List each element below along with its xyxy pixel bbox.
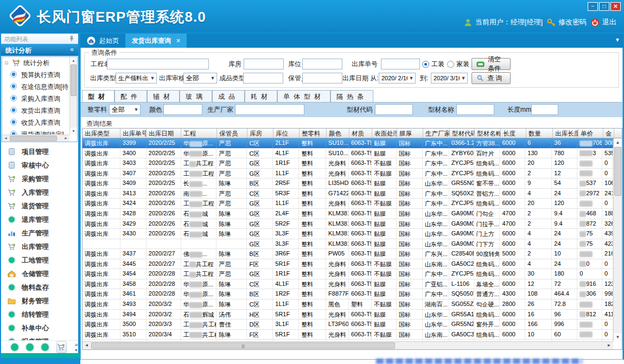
tree-item[interactable]: 退货查询[待定]	[2, 129, 69, 135]
date-from-picker[interactable]: 2020/ 2/16 ▼	[379, 73, 416, 84]
logout-button[interactable]: 退出	[590, 17, 616, 27]
table-horizontal-scrollbar[interactable]: ◄ ||| ►	[82, 341, 613, 349]
table-row[interactable]: 调拨出库34302020/2/26石城陈琳G区3L3F整料KLM38176063…	[82, 229, 613, 239]
sidebar-menu-item[interactable]: 生产管理	[1, 227, 78, 240]
scroll-left-icon[interactable]: ◄	[82, 342, 91, 349]
tree-horizontal-scrollbar[interactable]: ◄ ►	[2, 135, 69, 142]
search-button[interactable]: 查 询	[472, 72, 511, 84]
keeper-input[interactable]	[302, 73, 342, 84]
location-input[interactable]	[302, 59, 342, 69]
table-row[interactable]: 调拨出库34942020/3/2石辉城汤伟H区5R1F整料光身料6063-T5贴…	[82, 310, 613, 320]
column-header[interactable]: 长度	[501, 129, 526, 138]
sidebar-menu-item[interactable]: 退库管理	[1, 213, 78, 227]
maximize-button[interactable]: □	[599, 2, 609, 11]
name-input[interactable]	[456, 104, 494, 115]
material-tab[interactable]: 型材	[82, 90, 114, 102]
table-row[interactable]: 调拨出库34292020/2/26石城陈琳G区5R2F整料KLM38176063…	[82, 219, 613, 229]
scroll-up-icon[interactable]: ▲	[70, 57, 77, 64]
tree-item[interactable]: 发货出库查询	[2, 105, 69, 117]
tree-item[interactable]: 预算执行查询	[2, 69, 69, 81]
green-dot-icon[interactable]	[11, 343, 18, 351]
project-input[interactable]	[107, 59, 209, 69]
sidebar-menu-item[interactable]: 审核中心	[1, 159, 78, 173]
maker-input[interactable]	[235, 104, 304, 115]
column-header[interactable]: 库位	[273, 129, 300, 138]
material-tab[interactable]: 辅材	[147, 90, 180, 102]
sidebar-menu-item[interactable]: 结转管理	[1, 308, 78, 322]
collapse-icon[interactable]: «	[70, 46, 74, 53]
scroll-right-icon[interactable]: ►	[605, 342, 613, 349]
tab-outbound-query[interactable]: 发货出库查询 ×	[125, 34, 187, 48]
sidebar-menu-item[interactable]: 采购管理	[1, 173, 78, 186]
radio-jiazhuang[interactable]: 家装	[447, 60, 469, 69]
column-header[interactable]: 型材代码	[450, 129, 475, 138]
product-type-input[interactable]	[243, 73, 283, 84]
radio-gongzhuang[interactable]: 工装	[422, 60, 444, 69]
column-header[interactable]: 出库单号	[120, 129, 147, 138]
tabstrip-dropdown-icon[interactable]: ▼	[615, 37, 620, 43]
material-tab[interactable]: 成品	[212, 90, 245, 102]
clear-button[interactable]: 清空条件	[472, 58, 511, 70]
column-header[interactable]: 膜厚	[397, 129, 423, 138]
sidebar-menu-item[interactable]: 入库管理	[1, 186, 78, 200]
tree-root[interactable]: ⊟ 统计分析	[2, 57, 69, 69]
scroll-left-icon[interactable]: ◄	[2, 135, 9, 142]
column-header[interactable]: 单价	[578, 129, 603, 138]
change-password-button[interactable]: 修改密码	[546, 17, 587, 27]
green-dot-icon[interactable]	[26, 343, 34, 351]
sidebar-menu-item[interactable]: 报废管理	[1, 335, 78, 340]
column-header[interactable]: 库房	[247, 129, 273, 138]
table-row[interactable]: 调拨出库34092020/2/25长...陈琳B区2R5F整料LI35HD606…	[82, 178, 613, 189]
sidebar-menu-item[interactable]: 物料盘存	[1, 281, 78, 295]
sidebar-section-header[interactable]: 统计分析 «	[1, 44, 78, 56]
pin-icon[interactable]	[68, 35, 75, 42]
table-row[interactable]: G区3L3F整料KLM38176063-T5贴膜国标山东华...GA90M09.…	[82, 239, 613, 250]
out-type-combo[interactable]: 生产领料出库 ▼	[116, 73, 157, 84]
material-tab[interactable]: 玻璃	[180, 90, 212, 102]
scroll-down-icon[interactable]: ▼	[614, 333, 622, 341]
scroll-right-icon[interactable]: ►	[62, 135, 69, 142]
green-dot-icon[interactable]	[41, 343, 49, 351]
tree-vertical-scrollbar[interactable]: ▲ ▼	[69, 57, 77, 135]
code-input[interactable]	[375, 104, 413, 115]
table-row[interactable]: 调拨出库35102020/3/4工共工程陈琳F区5R1F整料光身料6063-T5…	[82, 330, 613, 340]
table-row[interactable]: 调拨出库34002020/2/25华原...严思C区4L1F整料SU10...6…	[82, 149, 613, 159]
sidebar-menu-item[interactable]: 补单中心	[1, 322, 78, 335]
tab-home[interactable]: 起始页	[80, 34, 125, 48]
table-row[interactable]: 调拨出库34132020/2/26南...严思C区5R3F整料G71422606…	[82, 189, 613, 199]
column-header[interactable]: 金	[603, 129, 614, 138]
color-input[interactable]	[163, 104, 202, 115]
cart-toolbar-button[interactable]	[56, 341, 67, 353]
column-header[interactable]: 出库类型	[82, 129, 120, 138]
column-header[interactable]: 颜色	[327, 129, 349, 138]
scroll-down-icon[interactable]: ▼	[70, 127, 77, 135]
table-row[interactable]: 调拨出库33992020/2/25华原...严思C区2L1F整料SU10...6…	[82, 138, 613, 149]
sidebar-menu-item[interactable]: 出库管理	[1, 240, 78, 254]
tree-vscroll-thumb[interactable]	[71, 65, 77, 96]
table-row[interactable]: 调拨出库35002020/3/3工共工程曹佳D区3L1F整料LT3P606063…	[82, 320, 613, 330]
table-vscroll-thumb[interactable]	[614, 147, 621, 196]
table-row[interactable]: 调拨出库34542020/2/28工共工程严思G区1R1F整料光身料6063-T…	[82, 269, 613, 279]
table-row[interactable]: 调拨出库34452020/2/27工共工程严思F区5R1F整料光身料6063-T…	[82, 259, 613, 270]
table-row[interactable]: 调拨出库34242020/2/26工工程严思G区1L1F整料光身料6063-T5…	[82, 199, 613, 209]
date-to-picker[interactable]: 2020/ 3/16 ▼	[431, 73, 468, 84]
sidebar-menu-item[interactable]: 项目管理	[1, 145, 78, 159]
length-input[interactable]	[531, 104, 558, 115]
material-tab[interactable]: 耗材	[245, 90, 277, 102]
column-header[interactable]: 保管员	[217, 129, 247, 138]
tree-hscroll-thumb[interactable]	[10, 136, 57, 141]
material-tab[interactable]: 单体型材	[277, 90, 330, 102]
table-row[interactable]: 调拨出库34932020/3/2华原...陈琳C区1L1F整料黑色塑料不贴膜国标…	[82, 299, 613, 310]
table-row[interactable]: 调拨出库34582020/2/28华原...陈琳C区4L1F整料光身料6063-…	[82, 279, 613, 290]
table-row[interactable]: 调拨出库34072020/2/25工工程严思G区1L1F整料光身料6063-T5…	[82, 169, 613, 179]
tree-item[interactable]: 收货入库查询	[2, 117, 69, 129]
warehouse-input[interactable]	[244, 59, 284, 69]
table-row[interactable]: 调拨出库34032020/2/25工共工程严思G区1R1F整料光身料6063-T…	[82, 158, 613, 169]
close-button[interactable]: ✕	[610, 2, 621, 11]
table-row[interactable]: 调拨出库34612020/2/28华原...陈琳B区1R2F整料F8877FT6…	[82, 289, 613, 299]
table-vertical-scrollbar[interactable]: ▲ ▼	[613, 138, 622, 341]
column-header[interactable]: 数量	[526, 129, 553, 138]
order-no-input[interactable]	[381, 59, 420, 69]
sidebar-menu-item[interactable]: 仓储管理	[1, 267, 78, 281]
sidebar-menu-item[interactable]: 退货管理	[1, 200, 78, 213]
